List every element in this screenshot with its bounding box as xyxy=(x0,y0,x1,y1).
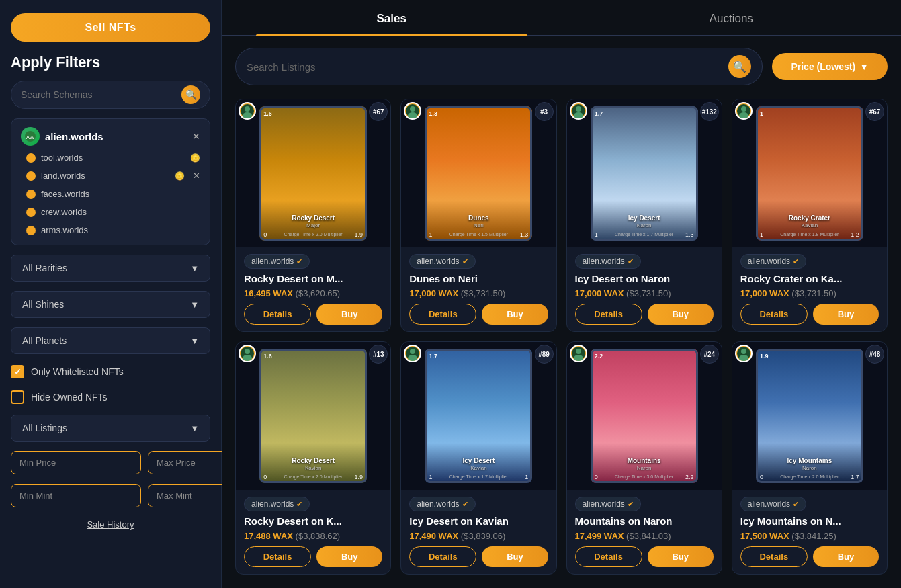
schema-item-label: land.worlds xyxy=(41,171,169,181)
whitelisted-nfts-checkbox[interactable]: ✓ xyxy=(11,365,24,378)
tab-sales[interactable]: Sales xyxy=(222,0,562,35)
nft-price: 17,000 WAX ($3,731.50) xyxy=(575,288,714,298)
details-button[interactable]: Details xyxy=(740,546,808,567)
collection-name: alien.worlds xyxy=(417,499,459,509)
nft-buttons: Details Buy xyxy=(244,546,382,567)
chevron-down-icon: ▼ xyxy=(859,61,869,72)
buy-button[interactable]: Buy xyxy=(813,546,879,567)
sort-button[interactable]: Price (Lowest) ▼ xyxy=(772,53,888,80)
svg-text:AW: AW xyxy=(26,134,35,140)
collection-verified-icon: ✔ xyxy=(462,500,468,509)
details-button[interactable]: Details xyxy=(409,304,476,325)
min-mint-input[interactable] xyxy=(11,484,141,507)
schema-item-label: crew.worlds xyxy=(41,207,200,217)
all-planets-label: All Planets xyxy=(22,335,67,346)
nft-stat-bl: 1 xyxy=(429,474,432,480)
buy-button[interactable]: Buy xyxy=(813,304,879,325)
tab-auctions[interactable]: Auctions xyxy=(562,0,902,35)
all-planets-dropdown[interactable]: All Planets ▼ xyxy=(11,327,210,354)
all-listings-dropdown[interactable]: All Listings ▼ xyxy=(11,415,210,442)
schema-item-crew-worlds[interactable]: crew.worlds xyxy=(21,206,200,218)
nft-badge: #3 xyxy=(535,102,554,121)
nft-avatar-badge xyxy=(735,345,753,362)
nft-stat-br: 1.3 xyxy=(520,231,529,238)
nft-avatar-badge xyxy=(404,345,421,362)
details-button[interactable]: Details xyxy=(244,304,311,325)
nft-card-body: alien.worlds ✔ Rocky Crater on Ka... 17,… xyxy=(732,247,887,331)
nft-stat-bl: 1 xyxy=(429,231,432,238)
hide-owned-nfts-checkbox-row[interactable]: Hide Owned NFTs xyxy=(11,389,210,405)
buy-button[interactable]: Buy xyxy=(648,304,714,325)
sell-nfts-button[interactable]: Sell NFTs xyxy=(11,13,210,42)
nft-price: 16,495 WAX ($3,620.65) xyxy=(244,288,382,298)
svg-point-18 xyxy=(410,349,415,354)
search-schemas-input[interactable] xyxy=(21,89,176,100)
nft-stat-bl: 0 xyxy=(760,474,763,480)
buy-button[interactable]: Buy xyxy=(648,546,714,567)
nft-title: Rocky Crater on Ka... xyxy=(740,273,879,284)
buy-button[interactable]: Buy xyxy=(482,546,548,567)
collection-verified-icon: ✔ xyxy=(628,257,634,266)
nft-card-sub-label: Major xyxy=(259,222,367,228)
sale-history-link[interactable]: Sale History xyxy=(11,519,210,530)
nft-avatar-badge xyxy=(570,345,587,362)
details-button[interactable]: Details xyxy=(244,546,311,567)
nft-card: #89 1.7 Icy Desert Kavian Charge Time x … xyxy=(400,341,556,575)
nft-badge: #67 xyxy=(369,102,388,121)
nft-card-image: 1.9 Icy Mountains Naron Charge Time x 2.… xyxy=(756,349,863,483)
whitelisted-nfts-checkbox-row[interactable]: ✓ Only Whitelisted NFTs xyxy=(11,364,210,380)
buy-button[interactable]: Buy xyxy=(316,546,382,567)
nft-stat-tl: 1.7 xyxy=(595,110,603,117)
min-price-input[interactable] xyxy=(11,451,141,474)
nft-card-inner-label: Icy Desert xyxy=(591,214,698,222)
nft-collection-tag: alien.worlds ✔ xyxy=(740,254,806,269)
schema-item-close[interactable]: ✕ xyxy=(193,171,200,181)
svg-point-24 xyxy=(741,349,746,354)
nft-card: #48 1.9 Icy Mountains Naron Charge Time … xyxy=(732,341,888,575)
svg-point-3 xyxy=(245,106,250,112)
schema-dot xyxy=(26,226,36,235)
schema-item-arms-worlds[interactable]: arms.worlds xyxy=(21,224,200,237)
details-button[interactable]: Details xyxy=(409,546,476,567)
buy-button[interactable]: Buy xyxy=(316,304,382,325)
nft-collection-tag: alien.worlds ✔ xyxy=(575,254,641,269)
collection-verified-icon: ✔ xyxy=(462,257,468,266)
schema-item-land-worlds[interactable]: land.worlds 🪙 ✕ xyxy=(21,169,200,182)
search-listings-input[interactable] xyxy=(247,61,722,73)
nft-card-multiplier: Charge Time x 3.0 Multiplier xyxy=(591,474,698,479)
nft-card-image: 1.6 Rocky Desert Kavian Charge Time x 2.… xyxy=(259,349,367,483)
hide-owned-nfts-checkbox[interactable] xyxy=(11,390,24,404)
details-button[interactable]: Details xyxy=(575,546,642,567)
nft-card-sub-label: Kavian xyxy=(756,222,863,228)
collection-verified-icon: ✔ xyxy=(296,257,302,266)
nft-card-inner-label: Rocky Crater xyxy=(756,214,863,222)
nft-stat-br: 1.2 xyxy=(851,231,859,238)
search-listings-button[interactable]: 🔍 xyxy=(728,55,751,78)
details-button[interactable]: Details xyxy=(575,304,642,325)
nft-avatar-badge xyxy=(735,102,753,120)
nft-buttons: Details Buy xyxy=(409,304,548,325)
buy-button[interactable]: Buy xyxy=(482,304,548,325)
nft-buttons: Details Buy xyxy=(575,546,714,567)
nft-card-body: alien.worlds ✔ Rocky Desert on M... 16,4… xyxy=(236,247,390,331)
schema-title: alien.worlds xyxy=(45,131,187,142)
nft-badge: #89 xyxy=(535,345,554,364)
collection-verified-icon: ✔ xyxy=(628,500,634,509)
nft-card-image: 2.2 Mountains Naron Charge Time x 3.0 Mu… xyxy=(591,349,698,483)
nft-card-inner-label: Icy Mountains xyxy=(756,457,863,464)
nft-card-inner-label: Dunes xyxy=(425,214,532,222)
all-shines-dropdown[interactable]: All Shines ▼ xyxy=(11,291,210,318)
collection-verified-icon: ✔ xyxy=(793,500,799,509)
nft-buttons: Details Buy xyxy=(409,546,548,567)
details-button[interactable]: Details xyxy=(740,304,808,325)
schema-item-faces-worlds[interactable]: faces.worlds xyxy=(21,187,200,200)
nft-grid: #67 1.6 Rocky Desert Major Charge Time x… xyxy=(222,92,901,588)
schema-item-tool-worlds[interactable]: tool.worlds 🪙 xyxy=(21,151,200,164)
nft-stat-br: 1.9 xyxy=(355,231,363,238)
schema-collection-close[interactable]: ✕ xyxy=(192,131,200,142)
nft-price-usd: ($3,731.50) xyxy=(791,288,836,298)
all-rarities-dropdown[interactable]: All Rarities ▼ xyxy=(11,255,210,282)
nft-card-multiplier: Charge Time x 1.8 Multiplier xyxy=(756,232,863,237)
search-schemas-button[interactable]: 🔍 xyxy=(181,85,200,104)
nft-collection-tag: alien.worlds ✔ xyxy=(409,254,475,269)
